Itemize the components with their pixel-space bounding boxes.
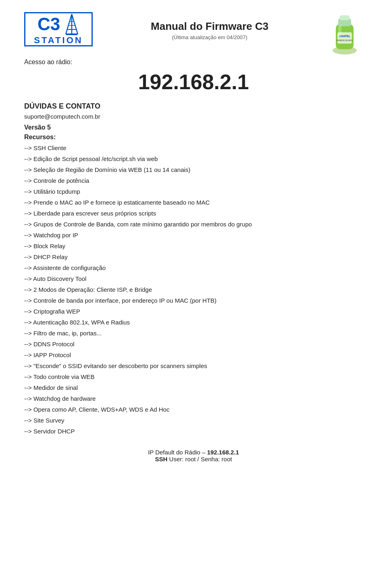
c3-logo-area: C3 STATION bbox=[24, 12, 93, 46]
title-area: Manual do Firmware C3 (Última atualizaçã… bbox=[93, 12, 327, 40]
resource-item: --> Todo controle via WEB bbox=[24, 371, 363, 382]
resource-item: --> Block Relay bbox=[24, 241, 363, 251]
page-header: C3 STATION Manual do Firmware C3 (Última… bbox=[24, 12, 363, 54]
resource-item: --> Edição de Script pessoal /etc/script… bbox=[24, 153, 363, 164]
resource-item: --> Site Survey bbox=[24, 415, 363, 426]
resource-item: --> Watchdog de hardware bbox=[24, 393, 363, 404]
svg-line-2 bbox=[72, 14, 78, 34]
manual-title: Manual do Firmware C3 bbox=[93, 20, 327, 33]
last-update: (Última atualização em 04/2007) bbox=[93, 34, 327, 40]
resource-item: --> Opera como AP, Cliente, WDS+AP, WDS … bbox=[24, 404, 363, 415]
tower-icon bbox=[64, 13, 79, 35]
resource-item: --> 2 Modos de Operação: Cliente ISP, e … bbox=[24, 284, 363, 295]
ip-address-display: 192.168.2.1 bbox=[24, 70, 363, 94]
c3-text: C3 bbox=[37, 15, 60, 33]
footer-ssh-value: User: root / Senha: root bbox=[169, 456, 232, 462]
footer-ssh-line: SSH User: root / Senha: root bbox=[24, 456, 363, 462]
resource-item: --> Criptografia WEP bbox=[24, 306, 363, 317]
contact-title: DÚVIDAS E CONTATO bbox=[24, 102, 363, 111]
footer-ip-value: 192.168.2.1 bbox=[207, 449, 239, 456]
resource-item: --> Controle de banda por interface, por… bbox=[24, 295, 363, 306]
resource-list: --> SSH Cliente--> Edição de Script pess… bbox=[24, 142, 363, 437]
anatel-logo-area: ANATEL HOMOLOGADO bbox=[327, 12, 363, 54]
station-text: STATION bbox=[34, 35, 83, 46]
access-label-area: Acesso ao rádio: bbox=[24, 59, 363, 66]
footer-ip-label: IP Default do Rádio – bbox=[148, 449, 205, 456]
resource-item: --> Servidor DHCP bbox=[24, 426, 363, 437]
resource-item: --> Filtro de mac, ip, portas... bbox=[24, 328, 363, 339]
resource-item: --> Grupos de Controle de Banda, com rat… bbox=[24, 219, 363, 230]
resource-item: --> DHCP Relay bbox=[24, 251, 363, 262]
c3-logo: C3 STATION bbox=[24, 12, 93, 46]
resource-item: --> Seleção de Região de Domínio via WEB… bbox=[24, 164, 363, 175]
resource-item: --> Prende o MAC ao IP e fornece ip esta… bbox=[24, 197, 363, 208]
access-label: Acesso ao rádio: bbox=[24, 59, 72, 65]
contact-email: suporte@computech.com.br bbox=[24, 113, 363, 120]
footer-ip-line: IP Default do Rádio – 192.168.2.1 bbox=[24, 449, 363, 456]
resource-item: --> DDNS Protocol bbox=[24, 339, 363, 349]
version-section: Versão 5 bbox=[24, 124, 363, 131]
resource-item: --> "Esconde" o SSID evitando ser descob… bbox=[24, 360, 363, 371]
resource-item: --> SSH Cliente bbox=[24, 142, 363, 153]
svg-text:HOMOLOGADO: HOMOLOGADO bbox=[337, 39, 353, 42]
resource-item: --> Liberdade para escrever seus próprio… bbox=[24, 208, 363, 219]
resource-item: --> Assistente de configuração bbox=[24, 262, 363, 273]
anatel-icon: ANATEL HOMOLOGADO bbox=[327, 12, 362, 54]
footer-section: IP Default do Rádio – 192.168.2.1 SSH Us… bbox=[24, 449, 363, 462]
svg-line-1 bbox=[66, 14, 72, 34]
resource-item: --> IAPP Protocol bbox=[24, 349, 363, 360]
resources-title: Recursos: bbox=[24, 134, 363, 141]
resource-item: --> Autenticação 802.1x, WPA e Radius bbox=[24, 317, 363, 328]
resources-section: Recursos: --> SSH Cliente--> Edição de S… bbox=[24, 134, 363, 437]
resource-item: --> Medidor de sinal bbox=[24, 382, 363, 393]
footer-ssh-label: SSH bbox=[155, 456, 168, 462]
resource-item: --> Controle de potência bbox=[24, 175, 363, 186]
resource-item: --> Watchdog por IP bbox=[24, 230, 363, 241]
resource-item: --> Utilitário tcpdump bbox=[24, 186, 363, 197]
version-label: Versão 5 bbox=[24, 124, 363, 131]
svg-rect-10 bbox=[340, 15, 350, 20]
svg-rect-14 bbox=[338, 25, 341, 37]
resource-item: --> Auto Discovery Tool bbox=[24, 273, 363, 284]
contact-section: DÚVIDAS E CONTATO suporte@computech.com.… bbox=[24, 102, 363, 120]
